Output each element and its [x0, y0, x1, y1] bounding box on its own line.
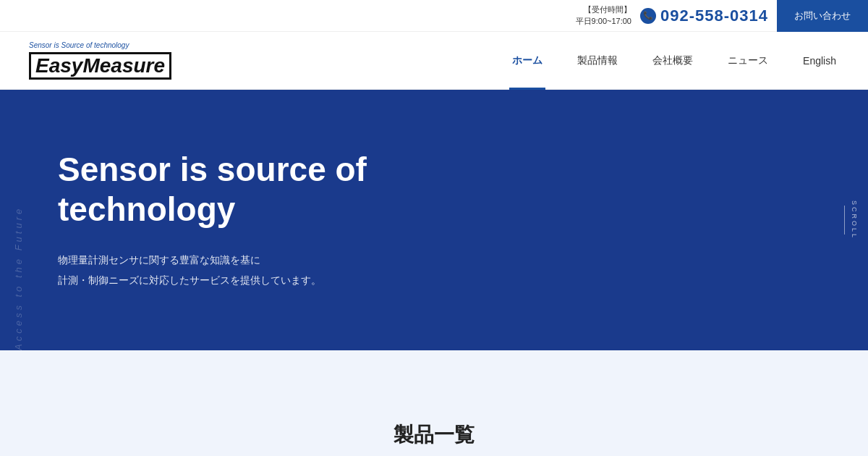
- hero-content: Sensor is source of technology 物理量計測センサに…: [0, 150, 425, 290]
- contact-button[interactable]: お問い合わせ: [777, 0, 868, 32]
- logo[interactable]: Easy Measure: [29, 52, 171, 80]
- phone-block: 📞 092-558-0314: [640, 7, 768, 25]
- hero-title: Sensor is source of technology: [58, 150, 367, 229]
- logo-easy: E: [35, 56, 49, 76]
- scroll-text: SCROLL: [851, 200, 858, 240]
- phone-icon: 📞: [640, 8, 656, 24]
- reception-label: 【受付時間】: [584, 4, 631, 15]
- bottom-section: 製品一覧: [0, 350, 868, 456]
- nav-item-news[interactable]: ニュース: [725, 32, 771, 90]
- logo-easy2: asy: [49, 56, 83, 76]
- nav-item-company[interactable]: 会社概要: [650, 32, 696, 90]
- top-bar: 【受付時間】 平日9:00~17:00 📞 092-558-0314 お問い合わ…: [0, 0, 868, 32]
- nav-item-english[interactable]: English: [800, 32, 839, 90]
- logo-measure: M: [82, 56, 99, 76]
- phone-number: 092-558-0314: [660, 7, 768, 25]
- reception-info: 【受付時間】 平日9:00~17:00: [576, 4, 631, 27]
- hero-subtitle: 物理量計測センサに関する豊富な知識を基に 計測・制御ニーズに対応したサービスを提…: [58, 250, 367, 290]
- nav-item-home[interactable]: ホーム: [509, 32, 545, 90]
- main-nav: ホーム 製品情報 会社概要 ニュース English: [509, 32, 839, 89]
- header: Sensor is Source of technology Easy Meas…: [0, 32, 868, 90]
- nav-item-products[interactable]: 製品情報: [574, 32, 621, 90]
- reception-hours: 平日9:00~17:00: [576, 16, 631, 27]
- logo-measure2: easure: [100, 56, 165, 76]
- scroll-line: [844, 206, 845, 235]
- logo-tagline: Sensor is Source of technology: [29, 41, 171, 49]
- hero-section: Access to the Future Sensor is source of…: [0, 90, 868, 350]
- scroll-indicator: SCROLL: [844, 90, 858, 350]
- logo-area: Sensor is Source of technology Easy Meas…: [29, 32, 171, 89]
- section-title: 製品一覧: [393, 421, 475, 449]
